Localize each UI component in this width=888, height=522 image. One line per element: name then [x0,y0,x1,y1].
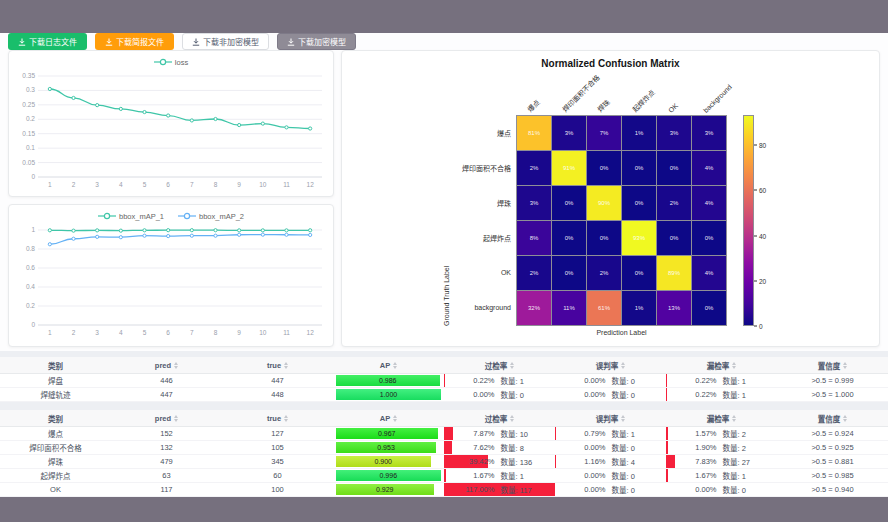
column-header-label: 过检率 [485,360,508,371]
column-header-label: AP [380,361,390,370]
rate-count: 数量: 27 [723,456,763,467]
y-tick-label: 0.4 [26,283,35,290]
data-point [96,236,99,239]
x-tick-label: 10 [259,329,267,336]
cell-true: 100 [222,483,333,496]
confusion-cell: 81% [517,116,551,150]
legend-item-loss[interactable]: loss [154,58,188,67]
legend-marker-icon [98,212,116,220]
legend-item-bbox_mAP_1[interactable]: bbox_mAP_1 [98,212,164,221]
loss-chart-legend: loss [9,51,333,70]
data-point [285,126,288,129]
colorbar-tick-label: 40 [759,232,766,239]
colorbar-tick-mark [754,280,757,281]
data-point [238,233,241,236]
sort-desc-icon [284,366,288,369]
sort-desc-icon [843,366,847,369]
confusion-cell: 0% [692,291,726,325]
data-point [48,88,51,91]
cell-misjudge-rate: 0.00%数量: 0 [555,483,666,496]
column-header-confidence[interactable]: 置信度 [777,357,888,373]
column-header-ap[interactable]: AP [333,410,444,426]
confusion-heatmap-grid: 81%3%7%1%3%3%2%91%0%0%0%4%3%0%90%0%2%4%8… [516,115,727,326]
cell-true: 127 [222,427,333,440]
confusion-col-label: 爆点 [525,97,542,114]
column-header-misjudge-rate[interactable]: 误判率 [555,410,666,426]
line-series-loss [50,89,310,129]
download-button-1[interactable]: 下载日志文件 [8,33,87,50]
column-header-miss-rate[interactable]: 漏检率 [666,410,777,426]
confusion-col-label: OK [667,102,679,114]
ap-bar: 0.996 [336,470,441,481]
rate-percent: 7.87% [459,429,495,438]
sort-icon [843,362,847,369]
sort-desc-icon [843,419,847,422]
rate-bar [555,427,556,440]
data-point [309,234,312,237]
column-header-label: pred [155,361,171,370]
sort-icon [393,415,397,422]
cell-ap: 0.996 [333,469,444,482]
sort-desc-icon [621,419,625,422]
data-point [167,114,170,117]
page-content: 下载日志文件下载简报文件下载非加密模型下载加密模型 loss 00.050.10… [0,33,888,497]
cell-pred: 117 [111,483,222,496]
y-tick-label: 0.05 [22,159,35,166]
rate-count: 数量: 117 [501,484,541,495]
column-header-over-rate[interactable]: 过检率 [444,410,555,426]
table-row: 起焊炸点63600.9961.67%数量: 10.00%数量: 01.67%数量… [0,469,888,483]
column-header-true[interactable]: true [222,410,333,426]
confusion-y-axis-label: Ground Truth Label [441,115,452,326]
cell-confidence: >0.5 = 0.940 [777,483,888,496]
x-tick-label: 11 [283,329,290,336]
ap-bar-track: 0.900 [336,456,441,467]
download-button-label: 下载简报文件 [116,36,164,47]
column-header-miss-rate[interactable]: 漏检率 [666,357,777,373]
cell-over-rate: 7.87%数量: 10 [444,427,555,440]
column-header-ap[interactable]: AP [333,357,444,373]
confusion-col-label: 起焊炸点 [630,87,657,114]
column-header-pred[interactable]: pred [111,357,222,373]
column-header-confidence[interactable]: 置信度 [777,410,888,426]
cell-misjudge-rate: 0.79%数量: 1 [555,427,666,440]
cell-confidence: >0.5 = 0.985 [777,469,888,482]
sort-asc-icon [393,362,397,365]
column-header-misjudge-rate[interactable]: 误判率 [555,357,666,373]
download-button-3[interactable]: 下载非加密模型 [182,33,269,50]
rate-bar [666,388,667,401]
legend-label: bbox_mAP_2 [199,212,244,221]
cell-over-rate: 117.00%数量: 117 [444,483,555,496]
rate-percent: 0.00% [570,390,606,399]
rate-percent: 1.67% [459,471,495,480]
column-header-true[interactable]: true [222,357,333,373]
colorbar-tick-label: 60 [759,187,766,194]
legend-item-bbox_mAP_2[interactable]: bbox_mAP_2 [178,212,244,221]
colorbar-tick: 80 [754,141,766,148]
cell-class: 爆点 [0,427,111,440]
colorbar-tick-mark [754,144,757,145]
sort-asc-icon [174,415,178,418]
ap-bar: 0.929 [336,484,434,495]
ap-bar-track: 0.929 [336,484,441,495]
download-button-4[interactable]: 下载加密模型 [277,33,356,50]
data-point [48,229,51,232]
sort-asc-icon [621,362,625,365]
cell-confidence: >0.5 = 0.924 [777,427,888,440]
sort-desc-icon [174,419,178,422]
confusion-cell: 0% [622,151,656,185]
rate-percent: 0.22% [681,376,717,385]
cell-ap: 1.000 [333,388,444,401]
confusion-cell: 90% [587,186,621,220]
x-tick-label: 1 [48,329,52,336]
cell-ap: 0.953 [333,441,444,454]
x-tick-label: 10 [259,181,267,188]
sort-desc-icon [393,419,397,422]
data-point [72,229,75,232]
column-header-class: 类别 [0,410,111,426]
line-series-bbox_mAP_2 [50,235,310,245]
column-header-pred[interactable]: pred [111,410,222,426]
rate-count: 数量: 1 [723,470,763,481]
column-header-over-rate[interactable]: 过检率 [444,357,555,373]
download-button-label: 下载加密模型 [298,36,346,47]
download-button-2[interactable]: 下载简报文件 [95,33,174,50]
